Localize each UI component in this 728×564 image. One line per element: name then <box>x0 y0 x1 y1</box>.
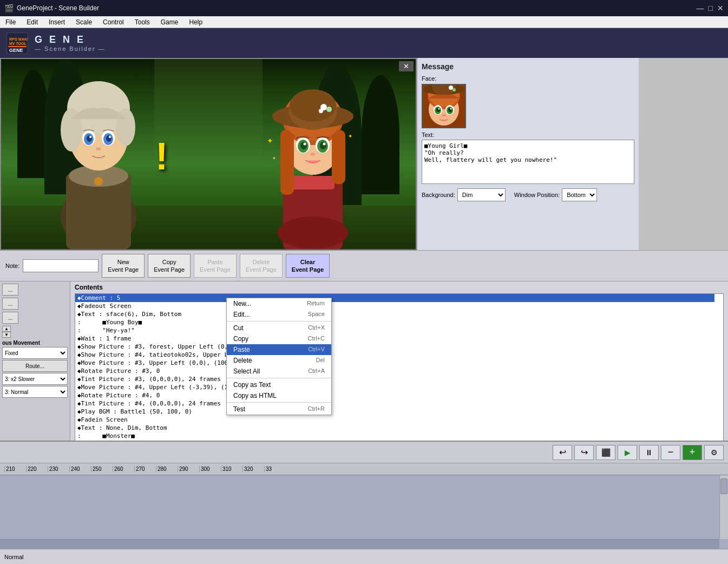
stop-button[interactable]: ⬛ <box>596 445 615 460</box>
pause-button[interactable]: ⏸ <box>639 445 659 460</box>
ctx-separator-3 <box>227 402 331 403</box>
ctx-select-all[interactable]: Select All Ctrl+A <box>227 366 331 377</box>
ctx-edit-label: Edit... <box>233 311 250 318</box>
content-item-10[interactable]: ◆Tint Picture : #3, (0,0,0,0), 24 frames <box>75 375 714 383</box>
prop-btn-2[interactable]: ... <box>2 298 18 310</box>
prop-btn-1[interactable]: ... <box>2 284 18 296</box>
play-button[interactable]: ▶ <box>618 445 637 460</box>
menu-edit[interactable]: Edit <box>21 17 43 27</box>
timeline-toolbar: ↩ ↪ ⬛ ▶ ⏸ − + ⚙ <box>0 442 728 463</box>
ctx-copy-as-html-label: Copy as HTML <box>233 392 277 399</box>
text-line-3: Well, flattery will get you nowhere!" <box>424 156 632 163</box>
ctx-paste[interactable]: Paste Ctrl+V <box>227 344 331 355</box>
ruler-260: 260 <box>113 466 134 472</box>
note-input[interactable] <box>23 259 99 272</box>
timeline-ruler-numbers: 210 220 230 240 250 260 270 280 290 300 … <box>4 466 286 472</box>
content-item-17[interactable]: : ■Monster■ <box>75 432 714 440</box>
menu-control[interactable]: Control <box>97 17 129 27</box>
zoom-out-button[interactable]: − <box>661 445 680 460</box>
content-item-1[interactable]: ◆Fadeout Screen <box>75 302 714 310</box>
ruler-280: 280 <box>156 466 178 472</box>
movement-label: ous Movement <box>2 340 68 346</box>
zoom-in-button[interactable]: + <box>683 445 702 460</box>
ctx-edit[interactable]: Edit... Space <box>227 309 331 320</box>
content-item-8[interactable]: ◆Move Picture : #3, Upper Left (0,0), (1… <box>75 359 714 367</box>
prop-btn-3[interactable]: ... <box>2 312 18 324</box>
content-item-7[interactable]: ◆Show Picture : #4, tatieotoko02s, Upper… <box>75 351 714 359</box>
scene-row: ! <box>0 58 728 250</box>
ctx-edit-shortcut: Space <box>308 311 325 318</box>
content-item-6[interactable]: ◆Show Picture : #3, forest, Upper Left (… <box>75 343 714 351</box>
background-dropdown[interactable]: Dim Window Transparent <box>457 188 506 201</box>
title-bar-controls[interactable]: — □ ✕ <box>697 4 724 12</box>
title-bar-left: 🎬 GeneProject - Scene Builder <box>4 4 99 12</box>
undo-button[interactable]: ↩ <box>553 445 572 460</box>
svg-text:✦: ✦ <box>272 156 276 161</box>
minimize-button[interactable]: — <box>697 4 704 12</box>
timeline-scrollbar-v[interactable] <box>719 475 728 539</box>
ctx-cut[interactable]: Cut Ctrl+X <box>227 323 331 333</box>
ruler-240: 240 <box>69 466 91 472</box>
ctx-new-shortcut: Return <box>307 300 325 307</box>
redo-button[interactable]: ↪ <box>574 445 594 460</box>
menu-help[interactable]: Help <box>183 17 208 27</box>
menu-tools[interactable]: Tools <box>129 17 155 27</box>
svg-point-42 <box>304 143 306 146</box>
maximize-button[interactable]: □ <box>709 4 713 12</box>
ruler-320: 320 <box>242 466 264 472</box>
spinbox-down[interactable]: ▼ <box>2 332 11 338</box>
movement-type-dropdown[interactable]: Fixed <box>2 347 68 359</box>
content-item-16[interactable]: ◆Text : None, Dim, Bottom <box>75 424 714 432</box>
content-item-13[interactable]: ◆Tint Picture : #4, (0,0,0,0), 24 frames <box>75 399 714 408</box>
ctx-test-label: Test <box>233 405 245 413</box>
svg-rect-24 <box>291 176 335 189</box>
content-item-5[interactable]: ◆Wait : 1 frame <box>75 335 714 343</box>
svg-point-18 <box>89 136 91 138</box>
content-item-14[interactable]: ◆Play BGM : Battle1 (50, 100, 0) <box>75 408 714 416</box>
ctx-copy-as-html[interactable]: Copy as HTML <box>227 390 331 401</box>
content-item-11[interactable]: ◆Move Picture : #4, Upper Left (-3,39), … <box>75 383 714 391</box>
scene-close-button[interactable]: ✕ <box>399 61 414 71</box>
ctx-separator-2 <box>227 378 331 378</box>
ctx-delete[interactable]: Delete Del <box>227 355 331 366</box>
content-item-2[interactable]: ◆Text : sface(6), Dim, Bottom <box>75 310 714 318</box>
ctx-new[interactable]: New... Return <box>227 298 331 309</box>
content-item-0[interactable]: ◆Comment : 5 <box>75 294 714 302</box>
content-item-15[interactable]: ◆Fadein Screen <box>75 416 714 424</box>
window-position-dropdown[interactable]: Bottom Middle Top <box>562 188 597 201</box>
svg-point-35 <box>319 109 323 113</box>
svg-text:✦: ✦ <box>348 133 352 139</box>
menu-file[interactable]: File <box>0 17 21 27</box>
ctx-copy-as-text[interactable]: Copy as Text <box>227 379 331 390</box>
ctx-paste-shortcut: Ctrl+V <box>308 346 325 353</box>
content-item-3[interactable]: : ■Young Boy■ <box>75 318 714 326</box>
timeline-scrollbar-h[interactable] <box>0 539 719 549</box>
ctx-test[interactable]: Test Ctrl+R <box>227 404 331 415</box>
paste-event-page-button[interactable]: PasteEvent Page <box>194 254 237 278</box>
settings-button[interactable]: ⚙ <box>704 445 724 460</box>
new-event-page-button[interactable]: NewEvent Page <box>102 254 145 278</box>
menu-game[interactable]: Game <box>155 17 184 27</box>
svg-point-32 <box>290 89 336 122</box>
status-text: Normal <box>4 554 23 560</box>
spinbox-up[interactable]: ▲ <box>2 326 11 332</box>
content-item-4[interactable]: : "Hey-ya!" <box>75 326 714 335</box>
speed-dropdown[interactable]: 3: x2 Slower <box>2 373 68 385</box>
close-button[interactable]: ✕ <box>717 4 724 12</box>
svg-point-44 <box>310 153 316 156</box>
menu-scale[interactable]: Scale <box>70 17 97 27</box>
timeline-content <box>0 475 728 549</box>
content-item-12[interactable]: ◆Rotate Picture : #4, 0 <box>75 391 714 399</box>
menu-insert[interactable]: Insert <box>43 17 70 27</box>
ruler-310: 310 <box>221 466 242 472</box>
text-line-2: "Oh really? <box>424 149 632 156</box>
event-toolbar: Note: NewEvent Page CopyEvent Page Paste… <box>0 250 728 281</box>
content-item-9[interactable]: ◆Rotate Picture : #3, 0 <box>75 367 714 375</box>
delete-event-page-button[interactable]: DeleteEvent Page <box>240 254 283 278</box>
frequency-dropdown[interactable]: 3: Normal <box>2 386 68 398</box>
clear-event-page-button[interactable]: ClearEvent Page <box>286 254 330 278</box>
ctx-copy[interactable]: Copy Ctrl+C <box>227 333 331 344</box>
route-button[interactable]: Route... <box>2 360 68 372</box>
svg-point-59 <box>450 108 452 110</box>
copy-event-page-button[interactable]: CopyEvent Page <box>148 254 191 278</box>
